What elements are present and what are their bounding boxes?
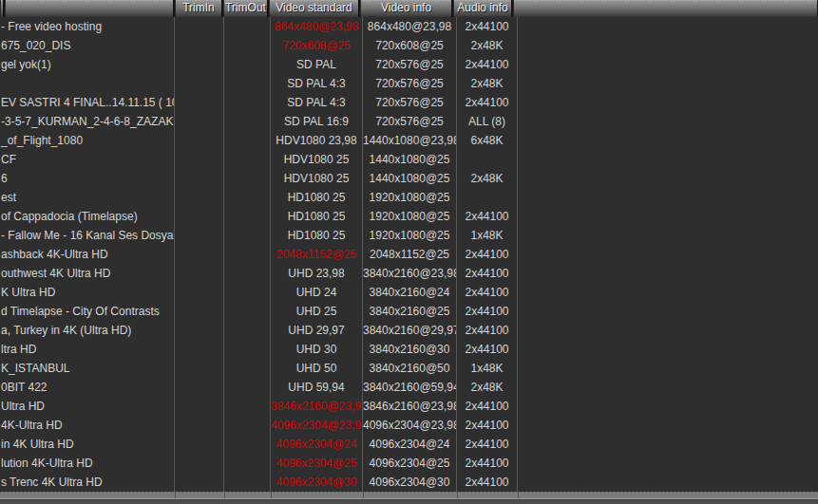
clip-row[interactable]: lution 4K-Ultra HD 4096x2304@25 4096x230… [0, 454, 818, 473]
clip-bin-window: TrimIn TrimOut Video standard Video info… [0, 0, 818, 504]
clip-row[interactable]: d Timelapse - City Of Contrasts UHD 25 3… [0, 302, 818, 321]
footer-divider [175, 492, 176, 498]
trim-out-cell [224, 321, 271, 340]
video-standard-cell: HDV1080 25 [271, 150, 363, 169]
clip-row[interactable]: K_ISTANBUL UHD 50 3840x2160@50 1x48K [0, 359, 818, 378]
clip-row[interactable]: of Cappadocia (Timelapse) HD1080 25 1920… [0, 207, 818, 226]
row-filler-cell [518, 302, 818, 321]
row-filler-cell [518, 207, 818, 226]
column-header-video-standard[interactable]: Video standard [269, 0, 359, 17]
row-filler-cell [518, 131, 818, 150]
trim-out-cell [224, 55, 271, 74]
clip-row[interactable]: s Trenc 4K Ultra HD 4096x2304@30 4096x23… [0, 473, 818, 492]
video-info-cell: 3840x2160@59,94 [363, 378, 457, 397]
audio-info-cell: 2x48K [457, 378, 518, 397]
clip-row[interactable]: Ultra HD 3846x2160@23,98 3846x2160@23,98… [0, 397, 818, 416]
trim-out-cell [224, 131, 271, 150]
video-standard-cell: 2048x1152@25 [271, 245, 363, 264]
video-info-cell: 1440x1080@23,98 [363, 131, 457, 150]
trim-in-cell [175, 454, 224, 473]
clip-row[interactable]: 0BIT 422 UHD 59,94 3840x2160@59,94 2x48K [0, 378, 818, 397]
audio-info-cell: 2x44100 [457, 264, 518, 283]
row-filler-cell [518, 36, 818, 55]
clip-row[interactable]: - Free video hosting 864x480@23,98 864x4… [0, 17, 818, 36]
video-info-cell: 1920x1080@25 [363, 207, 457, 226]
clip-name-cell: CF [0, 150, 175, 169]
trim-out-cell [224, 112, 271, 131]
clip-row[interactable]: CF HDV1080 25 1440x1080@25 [0, 150, 818, 169]
trim-in-cell [175, 378, 224, 397]
video-standard-cell: 864x480@23,98 [271, 17, 363, 36]
row-filler-cell [518, 359, 818, 378]
clip-row[interactable]: _of_Flight_1080 HDV1080 23,98 1440x1080@… [0, 131, 818, 150]
column-header-name[interactable] [5, 0, 174, 17]
trim-in-cell [175, 435, 224, 454]
trim-out-cell [224, 397, 271, 416]
clip-name-cell: ltra HD [0, 340, 175, 359]
audio-info-cell: 2x44100 [457, 302, 518, 321]
clip-row[interactable]: ashback 4K-Ultra HD 2048x1152@25 2048x11… [0, 245, 818, 264]
column-header-audio-info[interactable]: Audio info [453, 0, 512, 17]
clip-row[interactable]: K Ultra HD UHD 24 3840x2160@24 2x44100 [0, 283, 818, 302]
audio-info-cell: 2x44100 [457, 397, 518, 416]
clip-row[interactable]: - Fallow Me - 16 Kanal Ses Dosyası HD108… [0, 226, 818, 245]
footer-divider [518, 492, 519, 498]
audio-info-cell: 2x44100 [457, 473, 518, 492]
horizontal-scrollbar-track[interactable] [0, 492, 818, 498]
clip-row[interactable]: -3-5-7_KURMAN_2-4-6-8_ZAZAK SD PAL 16:9 … [0, 112, 818, 131]
clip-name-cell: 0BIT 422 [0, 378, 175, 397]
column-header-trimout[interactable]: TrimOut [223, 0, 268, 17]
video-info-cell: 3840x2160@50 [363, 359, 457, 378]
trim-out-cell [224, 302, 271, 321]
video-info-cell: 1440x1080@25 [363, 169, 457, 188]
video-info-cell: 720x576@25 [363, 55, 457, 74]
trim-out-cell [224, 340, 271, 359]
audio-info-cell: 2x44100 [457, 245, 518, 264]
audio-info-cell: 2x44100 [457, 283, 518, 302]
clip-name-cell: a, Turkey in 4K (Ultra HD) [0, 321, 175, 340]
row-filler-cell [518, 93, 818, 112]
column-header-trimin[interactable]: TrimIn [175, 0, 222, 17]
clip-name-cell: K Ultra HD [0, 283, 175, 302]
clip-row[interactable]: ltra HD UHD 30 3840x2160@30 2x44100 [0, 340, 818, 359]
clip-row[interactable]: gel yok(1) SD PAL 720x576@25 2x44100 [0, 55, 818, 74]
video-info-cell: 1920x1080@25 [363, 226, 457, 245]
clip-row[interactable]: SD PAL 4:3 720x576@25 2x48K [0, 74, 818, 93]
audio-info-cell: ALL (8) [457, 112, 518, 131]
video-standard-cell: UHD 25 [271, 302, 363, 321]
trim-out-cell [224, 17, 271, 36]
column-header-video-info[interactable]: Video info [360, 0, 452, 17]
column-header-bar: TrimIn TrimOut Video standard Video info… [0, 0, 818, 17]
clip-row[interactable]: EV SASTRI 4 FINAL..14.11.15 ( 10.... SD … [0, 93, 818, 112]
row-filler-cell [518, 169, 818, 188]
video-standard-cell: SD PAL 4:3 [271, 74, 363, 93]
clip-name-cell: _of_Flight_1080 [0, 131, 175, 150]
clip-row[interactable]: 6 HDV1080 25 1440x1080@25 2x48K [0, 169, 818, 188]
clip-name-cell: of Cappadocia (Timelapse) [0, 207, 175, 226]
row-filler-cell [518, 74, 818, 93]
video-standard-cell: UHD 23,98 [271, 264, 363, 283]
trim-in-cell [175, 359, 224, 378]
column-header-left-stub [0, 0, 4, 17]
clip-row[interactable]: in 4K Ultra HD 4096x2304@24 4096x2304@24… [0, 435, 818, 454]
trim-out-cell [224, 188, 271, 207]
row-filler-cell [518, 245, 818, 264]
trim-out-cell [224, 226, 271, 245]
video-standard-cell: SD PAL [271, 55, 363, 74]
clip-name-cell: 675_020_DIS [0, 36, 175, 55]
clip-row[interactable]: 4K-Ultra HD 4096x2304@23,98 4096x2304@23… [0, 416, 818, 435]
clip-row[interactable]: outhwest 4K Ultra HD UHD 23,98 3840x2160… [0, 264, 818, 283]
clip-name-cell: est [0, 188, 175, 207]
clip-row[interactable]: 675_020_DIS 720x608@25 720x608@25 2x48K [0, 36, 818, 55]
trim-out-cell [224, 359, 271, 378]
row-filler-cell [518, 112, 818, 131]
clip-name-cell: EV SASTRI 4 FINAL..14.11.15 ( 10.... [0, 93, 175, 112]
clip-row[interactable]: est HD1080 25 1920x1080@25 [0, 188, 818, 207]
row-filler-cell [518, 454, 818, 473]
trim-in-cell [175, 150, 224, 169]
video-standard-cell: 720x608@25 [271, 36, 363, 55]
trim-in-cell [175, 340, 224, 359]
trim-out-cell [224, 245, 271, 264]
clip-row[interactable]: a, Turkey in 4K (Ultra HD) UHD 29,97 384… [0, 321, 818, 340]
video-standard-cell: UHD 50 [271, 359, 363, 378]
